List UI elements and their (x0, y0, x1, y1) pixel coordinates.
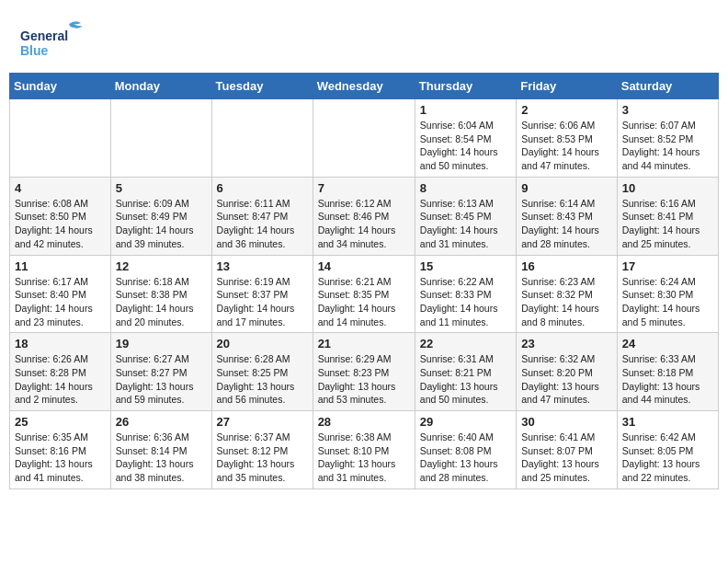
day-number: 14 (318, 259, 410, 273)
day-info: Sunrise: 6:16 AM Sunset: 8:41 PM Dayligh… (622, 197, 713, 251)
day-info: Sunrise: 6:31 AM Sunset: 8:21 PM Dayligh… (420, 352, 511, 407)
calendar-day-cell: 20Sunrise: 6:28 AM Sunset: 8:25 PM Dayli… (211, 333, 313, 411)
calendar-day-cell (211, 99, 313, 178)
calendar-day-cell: 23Sunrise: 6:32 AM Sunset: 8:20 PM Dayli… (517, 333, 618, 411)
logo: General Blue (18, 17, 110, 58)
svg-text:General: General (20, 29, 68, 43)
day-number: 4 (15, 181, 106, 195)
calendar-day-cell: 2Sunrise: 6:06 AM Sunset: 8:53 PM Daylig… (517, 99, 618, 178)
day-number: 10 (622, 181, 713, 195)
calendar-day-cell: 4Sunrise: 6:08 AM Sunset: 8:50 PM Daylig… (10, 177, 111, 255)
day-info: Sunrise: 6:13 AM Sunset: 8:45 PM Dayligh… (420, 197, 511, 251)
day-info: Sunrise: 6:26 AM Sunset: 8:28 PM Dayligh… (15, 352, 106, 407)
day-info: Sunrise: 6:07 AM Sunset: 8:52 PM Dayligh… (622, 119, 713, 173)
col-header-friday: Friday (517, 74, 618, 99)
calendar-day-cell: 17Sunrise: 6:24 AM Sunset: 8:30 PM Dayli… (617, 255, 718, 333)
calendar-day-cell: 16Sunrise: 6:23 AM Sunset: 8:32 PM Dayli… (517, 255, 618, 333)
day-number: 19 (116, 337, 207, 350)
calendar-day-cell: 30Sunrise: 6:41 AM Sunset: 8:07 PM Dayli… (517, 411, 618, 489)
day-number: 15 (420, 259, 511, 273)
calendar-week-row: 11Sunrise: 6:17 AM Sunset: 8:40 PM Dayli… (10, 255, 719, 333)
day-info: Sunrise: 6:33 AM Sunset: 8:18 PM Dayligh… (622, 352, 713, 407)
calendar-day-cell: 12Sunrise: 6:18 AM Sunset: 8:38 PM Dayli… (110, 255, 211, 333)
day-info: Sunrise: 6:09 AM Sunset: 8:49 PM Dayligh… (116, 197, 207, 251)
svg-text:Blue: Blue (20, 43, 49, 58)
calendar-day-cell: 26Sunrise: 6:36 AM Sunset: 8:14 PM Dayli… (110, 411, 211, 489)
day-number: 30 (521, 415, 612, 429)
day-number: 26 (116, 415, 207, 429)
calendar-day-cell: 19Sunrise: 6:27 AM Sunset: 8:27 PM Dayli… (110, 333, 211, 411)
logo-svg: General Blue (18, 17, 110, 58)
calendar-day-cell: 24Sunrise: 6:33 AM Sunset: 8:18 PM Dayli… (617, 333, 718, 411)
day-info: Sunrise: 6:04 AM Sunset: 8:54 PM Dayligh… (420, 119, 511, 173)
day-number: 20 (217, 337, 308, 350)
calendar-day-cell: 25Sunrise: 6:35 AM Sunset: 8:16 PM Dayli… (10, 411, 111, 489)
calendar-week-row: 4Sunrise: 6:08 AM Sunset: 8:50 PM Daylig… (10, 177, 719, 255)
calendar-day-cell: 27Sunrise: 6:37 AM Sunset: 8:12 PM Dayli… (211, 411, 313, 489)
calendar-day-cell (313, 99, 415, 178)
day-number: 12 (116, 259, 207, 273)
calendar-day-cell: 18Sunrise: 6:26 AM Sunset: 8:28 PM Dayli… (10, 333, 111, 411)
calendar-week-row: 25Sunrise: 6:35 AM Sunset: 8:16 PM Dayli… (10, 411, 719, 489)
day-number: 25 (15, 415, 106, 429)
calendar-day-cell: 8Sunrise: 6:13 AM Sunset: 8:45 PM Daylig… (415, 177, 516, 255)
calendar-day-cell: 31Sunrise: 6:42 AM Sunset: 8:05 PM Dayli… (617, 411, 718, 489)
day-number: 24 (622, 337, 713, 350)
day-info: Sunrise: 6:14 AM Sunset: 8:43 PM Dayligh… (521, 197, 612, 251)
col-header-saturday: Saturday (617, 74, 718, 99)
day-info: Sunrise: 6:41 AM Sunset: 8:07 PM Dayligh… (521, 431, 612, 485)
col-header-monday: Monday (110, 74, 211, 99)
day-number: 6 (217, 181, 308, 195)
calendar-day-cell: 9Sunrise: 6:14 AM Sunset: 8:43 PM Daylig… (517, 177, 618, 255)
calendar-day-cell: 5Sunrise: 6:09 AM Sunset: 8:49 PM Daylig… (110, 177, 211, 255)
calendar-week-row: 18Sunrise: 6:26 AM Sunset: 8:28 PM Dayli… (10, 333, 719, 411)
day-info: Sunrise: 6:06 AM Sunset: 8:53 PM Dayligh… (521, 119, 612, 173)
day-number: 11 (15, 259, 106, 273)
calendar-day-cell: 14Sunrise: 6:21 AM Sunset: 8:35 PM Dayli… (313, 255, 415, 333)
page-header: General Blue (9, 9, 719, 65)
day-number: 27 (217, 415, 308, 429)
day-number: 22 (420, 337, 511, 350)
day-number: 7 (318, 181, 410, 195)
day-info: Sunrise: 6:11 AM Sunset: 8:47 PM Dayligh… (217, 197, 308, 251)
col-header-sunday: Sunday (10, 74, 111, 99)
calendar-day-cell: 22Sunrise: 6:31 AM Sunset: 8:21 PM Dayli… (415, 333, 516, 411)
calendar-header-row: SundayMondayTuesdayWednesdayThursdayFrid… (10, 74, 719, 99)
day-number: 9 (521, 181, 612, 195)
calendar-day-cell: 10Sunrise: 6:16 AM Sunset: 8:41 PM Dayli… (617, 177, 718, 255)
day-number: 18 (15, 337, 106, 350)
day-info: Sunrise: 6:40 AM Sunset: 8:08 PM Dayligh… (420, 431, 511, 485)
calendar-day-cell: 28Sunrise: 6:38 AM Sunset: 8:10 PM Dayli… (313, 411, 415, 489)
calendar-day-cell: 7Sunrise: 6:12 AM Sunset: 8:46 PM Daylig… (313, 177, 415, 255)
day-info: Sunrise: 6:18 AM Sunset: 8:38 PM Dayligh… (116, 275, 207, 329)
calendar-table: SundayMondayTuesdayWednesdayThursdayFrid… (9, 73, 719, 489)
calendar-day-cell: 29Sunrise: 6:40 AM Sunset: 8:08 PM Dayli… (415, 411, 516, 489)
day-info: Sunrise: 6:36 AM Sunset: 8:14 PM Dayligh… (116, 431, 207, 485)
calendar-day-cell: 6Sunrise: 6:11 AM Sunset: 8:47 PM Daylig… (211, 177, 313, 255)
day-info: Sunrise: 6:12 AM Sunset: 8:46 PM Dayligh… (318, 197, 410, 251)
day-number: 8 (420, 181, 511, 195)
calendar-day-cell: 15Sunrise: 6:22 AM Sunset: 8:33 PM Dayli… (415, 255, 516, 333)
day-info: Sunrise: 6:22 AM Sunset: 8:33 PM Dayligh… (420, 275, 511, 329)
calendar-day-cell: 3Sunrise: 6:07 AM Sunset: 8:52 PM Daylig… (617, 99, 718, 178)
day-number: 28 (318, 415, 410, 429)
day-info: Sunrise: 6:37 AM Sunset: 8:12 PM Dayligh… (217, 431, 308, 485)
day-info: Sunrise: 6:24 AM Sunset: 8:30 PM Dayligh… (622, 275, 713, 329)
day-number: 1 (420, 103, 511, 117)
day-info: Sunrise: 6:21 AM Sunset: 8:35 PM Dayligh… (318, 275, 410, 329)
day-info: Sunrise: 6:38 AM Sunset: 8:10 PM Dayligh… (318, 431, 410, 485)
day-info: Sunrise: 6:35 AM Sunset: 8:16 PM Dayligh… (15, 431, 106, 485)
day-info: Sunrise: 6:42 AM Sunset: 8:05 PM Dayligh… (622, 431, 713, 485)
calendar-day-cell: 1Sunrise: 6:04 AM Sunset: 8:54 PM Daylig… (415, 99, 516, 178)
day-number: 16 (521, 259, 612, 273)
day-info: Sunrise: 6:27 AM Sunset: 8:27 PM Dayligh… (116, 352, 207, 407)
day-number: 23 (521, 337, 612, 350)
day-number: 17 (622, 259, 713, 273)
day-info: Sunrise: 6:08 AM Sunset: 8:50 PM Dayligh… (15, 197, 106, 251)
calendar-day-cell (10, 99, 111, 178)
day-info: Sunrise: 6:29 AM Sunset: 8:23 PM Dayligh… (318, 352, 410, 407)
day-info: Sunrise: 6:19 AM Sunset: 8:37 PM Dayligh… (217, 275, 308, 329)
calendar-day-cell: 13Sunrise: 6:19 AM Sunset: 8:37 PM Dayli… (211, 255, 313, 333)
day-info: Sunrise: 6:23 AM Sunset: 8:32 PM Dayligh… (521, 275, 612, 329)
calendar-day-cell (110, 99, 211, 178)
